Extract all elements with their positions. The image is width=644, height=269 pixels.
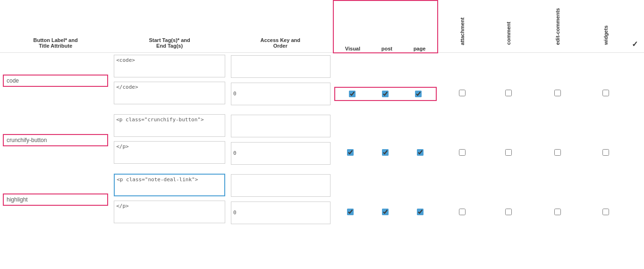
order-input-1[interactable]	[231, 83, 330, 105]
col-header-start-tags: Start Tag(s)* and End Tag(s)	[111, 0, 228, 53]
order-input-2[interactable]	[231, 142, 330, 165]
visual-cell-3	[333, 199, 368, 227]
col-header-button-label: Button Label* and Title Attribute	[0, 0, 111, 53]
edit-comments-checkbox-3[interactable]	[554, 209, 561, 215]
spacer-row	[0, 167, 644, 172]
post-cell-2	[368, 139, 403, 167]
label-input-3[interactable]	[3, 193, 108, 206]
label-input-2[interactable]	[3, 134, 108, 146]
comment-cell-1-top	[487, 53, 530, 80]
end-tag-cell-1: </code>	[111, 80, 228, 108]
page-label: page	[414, 46, 426, 51]
start-tag-cell-2: <p class="crunchify-button">	[111, 112, 228, 139]
check-cell-2-top	[626, 112, 644, 139]
order-cell-1	[228, 80, 333, 108]
attachment-cell-2-top	[438, 112, 487, 139]
access-key-input-3[interactable]	[231, 174, 330, 197]
table-row: <p class="crunchify-button">	[0, 112, 644, 139]
start-tag-cell-1: <code>	[111, 53, 228, 80]
widgets-cell-1-top	[585, 53, 626, 80]
attachment-cell-3-top	[438, 172, 487, 199]
label-cell-2	[0, 112, 111, 167]
access-key-cell-3	[228, 172, 333, 199]
label-input-1[interactable]	[3, 75, 108, 87]
attachment-checkbox-3[interactable]	[459, 209, 466, 215]
post-checkbox-1[interactable]	[382, 91, 389, 97]
check-cell-1-top	[626, 53, 644, 80]
col-header-access-order: Access Key and Order	[228, 0, 333, 53]
post-checkbox-3[interactable]	[382, 209, 389, 215]
start-tag-textarea-1[interactable]: <code>	[114, 55, 225, 77]
widgets-checkbox-1[interactable]	[602, 90, 609, 96]
access-key-cell-2	[228, 112, 333, 139]
table-row: <p class="note-deal-link">	[0, 172, 644, 199]
visual-checkbox-2[interactable]	[347, 149, 354, 156]
table-row: <code>	[0, 53, 644, 80]
edit-comments-checkbox-2[interactable]	[554, 149, 561, 156]
end-tag-textarea-3[interactable]: </p>	[114, 201, 225, 223]
visual-cell-2	[333, 139, 368, 167]
visual-group-top-1	[333, 53, 438, 80]
comment-checkbox-3[interactable]	[505, 209, 512, 215]
check-cell-1	[626, 80, 644, 108]
page-checkbox-3[interactable]	[417, 209, 424, 215]
visual-checkbox-1[interactable]	[349, 91, 356, 97]
access-key-cell-1	[228, 53, 333, 80]
order-input-3[interactable]	[231, 202, 330, 224]
widgets-checkbox-2[interactable]	[602, 149, 609, 156]
edit-comments-cell-2-top	[530, 112, 585, 139]
col-header-edit-comments: edit-comments	[530, 0, 585, 53]
comment-checkbox-2[interactable]	[505, 149, 512, 156]
spacer-row	[0, 108, 644, 112]
col-header-comment: comment	[487, 0, 530, 53]
widgets-checkbox-3[interactable]	[602, 209, 609, 215]
start-tag-textarea-2[interactable]: <p class="crunchify-button">	[114, 114, 225, 137]
widgets-cell-2-top	[585, 112, 626, 139]
attachment-checkbox-cell-3	[438, 199, 487, 227]
end-tag-textarea-1[interactable]: </code>	[114, 82, 225, 104]
attachment-checkbox-cell-1	[438, 80, 487, 108]
check-cell-3	[626, 199, 644, 227]
header-row: Button Label* and Title Attribute Start …	[0, 0, 644, 53]
comment-cell-3-top	[487, 172, 530, 199]
visual-label: Visual	[345, 46, 360, 51]
post-label: post	[381, 46, 392, 51]
visual-group-top-2	[333, 112, 438, 139]
visual-group-top-3	[333, 172, 438, 199]
end-tag-cell-2: </p>	[111, 139, 228, 167]
order-cell-2	[228, 139, 333, 167]
label-cell-3	[0, 172, 111, 227]
page-checkbox-2[interactable]	[417, 149, 424, 156]
check-cell-3-top	[626, 172, 644, 199]
edit-comments-cell-3-top	[530, 172, 585, 199]
widgets-checkbox-cell-3	[585, 199, 626, 227]
attachment-checkbox-1[interactable]	[459, 90, 466, 96]
comment-checkbox-1[interactable]	[505, 90, 512, 96]
post-checkbox-2[interactable]	[382, 149, 389, 156]
comment-checkbox-cell-1	[487, 80, 530, 108]
end-tag-cell-3: </p>	[111, 199, 228, 227]
widgets-checkbox-cell-2	[585, 139, 626, 167]
check-cell-2	[626, 139, 644, 167]
page-checkbox-1[interactable]	[415, 91, 422, 97]
edit-comments-checkbox-1[interactable]	[554, 90, 561, 96]
page-cell-3	[403, 199, 438, 227]
access-key-input-2[interactable]	[231, 115, 330, 137]
start-tag-textarea-3[interactable]: <p class="note-deal-link">	[114, 174, 225, 196]
comment-checkbox-cell-2	[487, 139, 530, 167]
visual-checkbox-3[interactable]	[347, 209, 354, 215]
access-key-input-1[interactable]	[231, 55, 330, 78]
attachment-checkbox-cell-2	[438, 139, 487, 167]
edit-comments-checkbox-cell-2	[530, 139, 585, 167]
end-tag-textarea-2[interactable]: </p>	[114, 141, 225, 164]
post-cell-3	[368, 199, 403, 227]
comment-checkbox-cell-3	[487, 199, 530, 227]
start-tag-cell-3: <p class="note-deal-link">	[111, 172, 228, 199]
edit-comments-checkbox-cell-1	[530, 80, 585, 108]
widgets-cell-3-top	[585, 172, 626, 199]
col-header-widgets: widgets	[585, 0, 626, 53]
col-header-attachment: attachment	[438, 0, 487, 53]
col-header-checkmark: ✓	[626, 0, 644, 53]
attachment-checkbox-2[interactable]	[459, 149, 466, 156]
order-cell-3	[228, 199, 333, 227]
